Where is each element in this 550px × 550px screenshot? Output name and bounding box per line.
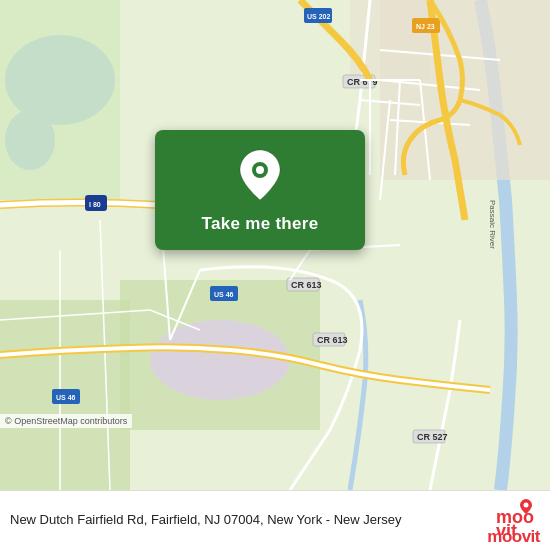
svg-text:CR 613: CR 613	[317, 335, 348, 345]
location-pin-icon	[238, 148, 282, 202]
map-container: CR 613 CR 613 CR 679 CR 527 I 80 US 46 U…	[0, 0, 550, 490]
svg-rect-3	[0, 0, 120, 200]
svg-text:US 46: US 46	[214, 291, 234, 298]
svg-point-47	[256, 166, 264, 174]
svg-text:Passaic River: Passaic River	[488, 200, 497, 249]
svg-text:CR 527: CR 527	[417, 432, 448, 442]
svg-text:CR 613: CR 613	[291, 280, 322, 290]
bottom-bar: New Dutch Fairfield Rd, Fairfield, NJ 07…	[0, 490, 550, 550]
svg-text:I 80: I 80	[89, 201, 101, 208]
svg-point-6	[150, 320, 290, 400]
svg-text:US 46: US 46	[56, 394, 76, 401]
action-card: Take me there	[155, 130, 365, 250]
svg-point-50	[523, 502, 528, 507]
moovit-logo: moo vit moovit	[487, 495, 540, 547]
svg-text:NJ 23: NJ 23	[416, 23, 435, 30]
moovit-name-text: moovit	[487, 527, 540, 547]
address-label: New Dutch Fairfield Rd, Fairfield, NJ 07…	[10, 511, 479, 529]
svg-text:US 202: US 202	[307, 13, 330, 20]
map-attribution: © OpenStreetMap contributors	[0, 414, 132, 428]
take-me-there-button[interactable]: Take me there	[202, 212, 319, 236]
